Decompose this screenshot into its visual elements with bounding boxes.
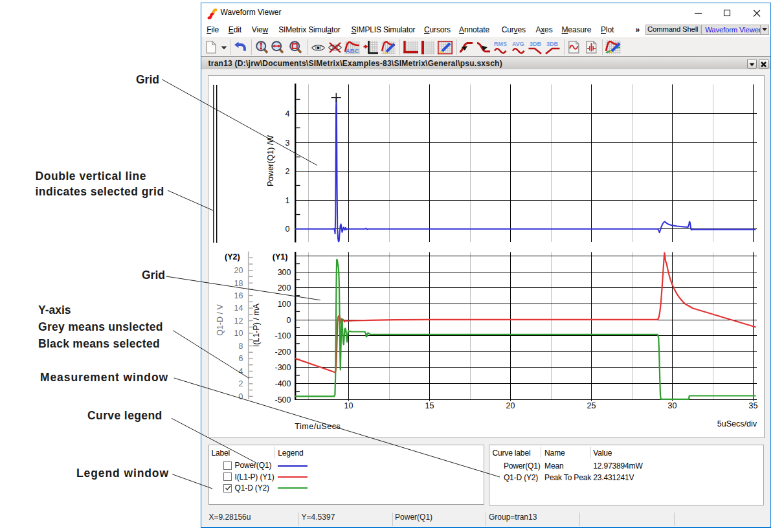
svg-text:ABC: ABC — [346, 47, 359, 54]
svg-text:AVG: AVG — [512, 41, 524, 47]
svg-text:3DB: 3DB — [546, 41, 559, 47]
svg-text:RMS: RMS — [494, 41, 507, 47]
svg-text:3DB: 3DB — [530, 41, 542, 47]
